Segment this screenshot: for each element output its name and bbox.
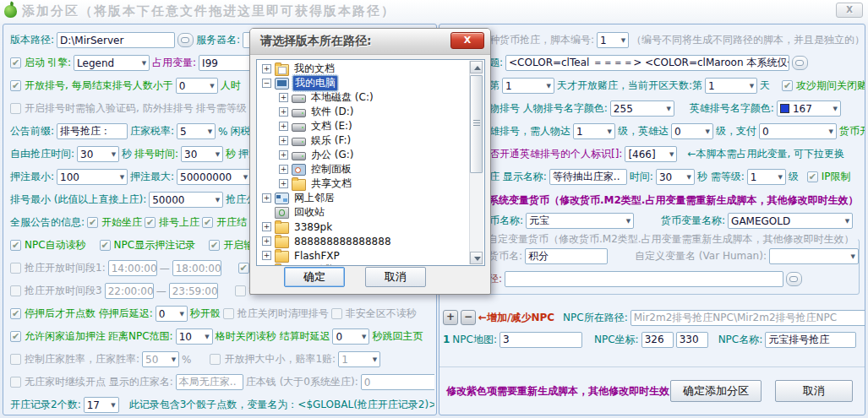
tree-item[interactable]: +LEG引擎	[257, 263, 484, 266]
dropdown[interactable]: 167▼	[777, 100, 841, 117]
checkbox[interactable]: 抢庄开放时间段3	[10, 284, 102, 298]
chevron-down-icon[interactable]: ▼	[213, 151, 220, 158]
tree-item[interactable]: +办公 (G:)	[257, 148, 484, 162]
tree-item-label[interactable]: 娱乐 (F:)	[309, 133, 352, 148]
chevron-down-icon[interactable]: ▼	[109, 151, 116, 158]
tree-item[interactable]: +文档 (E:)	[257, 119, 484, 133]
npc-map-input[interactable]: 3	[500, 332, 582, 348]
tree-item-label[interactable]: 共享文档	[309, 176, 353, 191]
text-input[interactable]: 22:00:00	[105, 283, 154, 299]
text-input[interactable]: 18:00:00	[172, 260, 221, 276]
chevron-down-icon[interactable]: ▼	[703, 128, 710, 135]
checkbox[interactable]: 开放押大中小，赔率1赔:	[210, 352, 336, 366]
dropdown[interactable]: 0▼	[759, 123, 837, 139]
chevron-down-icon[interactable]: ▼	[241, 174, 248, 181]
tree-item[interactable]: +我的文档	[257, 62, 484, 76]
checkbox-box[interactable]: ✔	[10, 331, 21, 342]
chevron-down-icon[interactable]: ▼	[667, 151, 674, 158]
dropdown[interactable]: 0▼	[361, 374, 434, 390]
scroll-down-icon[interactable]	[470, 252, 483, 264]
chevron-down-icon[interactable]: ▼	[624, 218, 631, 225]
chevron-down-icon[interactable]: ▼	[605, 128, 612, 135]
checkbox[interactable]: ✔排号上庄	[145, 215, 199, 230]
tree-item[interactable]: +FlashFXP	[257, 248, 484, 263]
dropdown[interactable]: ▼	[769, 248, 859, 264]
tree-item[interactable]: +3389pk	[257, 220, 484, 234]
collapse-icon[interactable]: −	[262, 79, 271, 88]
text-input[interactable]: 本局无庄家..	[176, 374, 243, 390]
expand-icon[interactable]: +	[279, 150, 288, 160]
checkbox[interactable]: ✔NPC显示押注记录	[100, 238, 196, 252]
checkbox[interactable]: 无庄家时继续开点 显示的庄家名:	[10, 375, 173, 389]
dropdown[interactable]: 5▼	[177, 123, 216, 139]
dropdown[interactable]: 0▼	[671, 123, 713, 139]
checkbox-box[interactable]: ✔	[100, 240, 111, 251]
dropdown[interactable]: [466]▼	[625, 146, 677, 162]
dropdown[interactable]: 100▼	[57, 169, 128, 185]
dropdown[interactable]: 30▼	[181, 146, 223, 162]
title-text-input[interactable]: <COLOR=clTeal ＝＝＝＝> <COLOR=clMaroon 本系统仅…	[505, 55, 789, 71]
checkbox[interactable]: 开启排号时需输入验证码, 防外挂排号	[10, 101, 194, 116]
text-input[interactable]: 等待抽出庄家..	[549, 169, 627, 185]
expand-icon[interactable]: +	[262, 265, 271, 266]
checkbox-box[interactable]	[210, 354, 221, 365]
tree-item-label[interactable]: 我的电脑	[292, 75, 338, 91]
checkbox[interactable]: 控制庄家胜率，庄家胜率:	[10, 352, 139, 366]
start-checkbox[interactable]: ✔启动	[10, 56, 45, 70]
chevron-down-icon[interactable]: ▼	[370, 356, 377, 363]
checkbox-box[interactable]: ✔	[10, 308, 21, 319]
checkbox-box[interactable]	[223, 308, 234, 319]
tree-item-label[interactable]: 办公 (G:)	[309, 148, 356, 162]
npc-x-input[interactable]: 326	[641, 332, 674, 348]
checkbox-box[interactable]	[10, 263, 21, 274]
expand-icon[interactable]: +	[279, 165, 288, 174]
checkbox-box[interactable]: ✔	[782, 80, 793, 91]
tree-item-label[interactable]: 文档 (E:)	[309, 119, 354, 133]
chevron-down-icon[interactable]: ▼	[205, 128, 212, 135]
tree-item-label[interactable]: 888888888888888	[292, 236, 393, 247]
expand-icon[interactable]: +	[262, 222, 271, 231]
checkbox[interactable]: 非安全区不读秒	[331, 307, 417, 321]
chevron-down-icon[interactable]: ▼	[843, 218, 849, 225]
tree-item-label[interactable]: LEG引擎	[292, 263, 336, 266]
tree-item[interactable]: +本地磁盘 (C:)	[257, 90, 484, 105]
tree-item-label[interactable]: 网上邻居	[292, 191, 336, 205]
checkbox[interactable]: ✔攻沙期间关闭赌庄	[782, 79, 865, 93]
tree-item-label[interactable]: 3389pk	[292, 221, 334, 233]
dropdown[interactable]: 30▼	[77, 146, 119, 162]
expand-icon[interactable]: +	[279, 136, 288, 145]
chevron-down-icon[interactable]: ▼	[139, 60, 146, 67]
dropdown[interactable]: 1▼	[747, 169, 786, 185]
dialog-close-button[interactable]: X	[450, 32, 484, 49]
chevron-down-icon[interactable]: ▼	[177, 311, 183, 318]
chevron-down-icon[interactable]: ▼	[663, 106, 670, 112]
chevron-down-icon[interactable]: ▼	[619, 37, 625, 44]
chevron-down-icon[interactable]: ▼	[202, 334, 209, 340]
checkbox[interactable]: ✔NPC自动读秒	[10, 238, 86, 252]
text-input[interactable]	[505, 271, 783, 287]
dropdown[interactable]: 30▼	[656, 169, 695, 185]
checkbox-box[interactable]	[10, 103, 21, 114]
checkbox[interactable]: ✔停押后才开点数 停押后延迟:	[10, 307, 153, 321]
tree-item[interactable]: +网上邻居	[257, 191, 484, 205]
checkbox-box[interactable]: ✔	[87, 217, 98, 228]
tree-item[interactable]: 回收站	[257, 205, 484, 220]
dropdown[interactable]: 0▼	[156, 306, 188, 322]
dropdown[interactable]: 1▼	[502, 78, 554, 94]
engine-select[interactable]: Legend▼	[74, 55, 150, 71]
checkbox-box[interactable]	[235, 285, 246, 296]
text-input[interactable]: 14:00:00	[108, 260, 157, 276]
checkbox[interactable]: ✔开放排号, 每局结束排号人数小于	[10, 79, 173, 93]
expand-icon[interactable]: +	[262, 236, 271, 246]
dropdown[interactable]: 1▼	[573, 123, 615, 139]
scroll-up-icon[interactable]	[470, 61, 483, 73]
chevron-down-icon[interactable]: ▼	[747, 83, 754, 90]
chevron-down-icon[interactable]: ▼	[685, 174, 691, 181]
tree-item[interactable]: +共享文档	[257, 176, 484, 191]
tree-item-label[interactable]: 本地磁盘 (C:)	[309, 90, 375, 105]
browse-version-button[interactable]	[177, 33, 194, 47]
tree-scrollbar[interactable]	[469, 61, 483, 264]
dropdown[interactable]: 10▼	[176, 328, 213, 345]
tree-item[interactable]: +控制面板	[257, 162, 484, 176]
tree-item-label[interactable]: 控制面板	[309, 162, 353, 176]
